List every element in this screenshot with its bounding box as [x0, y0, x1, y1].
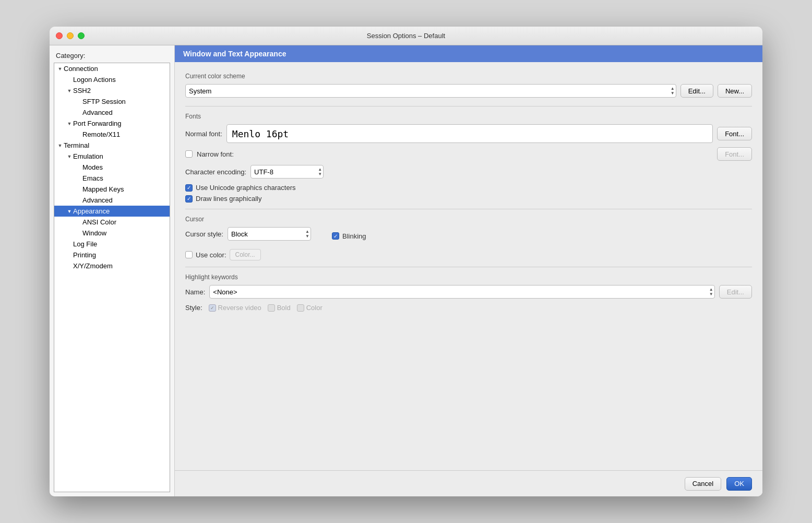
color-scheme-select-wrapper: System ▲▼ [185, 84, 676, 98]
sidebar-item-appearance[interactable]: ▼ Appearance [54, 206, 170, 217]
sidebar-item-label: Terminal [64, 141, 89, 149]
name-select[interactable]: <None> [209, 285, 714, 299]
panel-header: Window and Text Appearance [175, 45, 762, 62]
sidebar-list: ▼ Connection Logon Actions ▼ SSH2 SFTP S… [54, 63, 170, 492]
sidebar-item-window[interactable]: Window [54, 228, 170, 239]
sidebar-item-port-forwarding[interactable]: ▼ Port Forwarding [54, 118, 170, 129]
ok-button[interactable]: OK [726, 477, 752, 491]
color-checkbox [297, 304, 304, 312]
sidebar-item-label: X/Y/Zmodem [73, 262, 113, 270]
narrow-font-row: Narrow font: Font... [185, 147, 752, 161]
cursor-style-row: Cursor style: Block Underline Vertical B… [185, 227, 311, 241]
reverse-video-item: ✓ Reverse video [209, 304, 261, 312]
sidebar-item-log-file[interactable]: Log File [54, 239, 170, 249]
style-label: Style: [185, 304, 202, 312]
cursor-style-blinking-row: Cursor style: Block Underline Vertical B… [185, 227, 752, 245]
char-encoding-select[interactable]: UTF-8 [250, 165, 324, 179]
cursor-section-label: Cursor [185, 216, 752, 223]
sidebar-item-label: SFTP Session [82, 98, 126, 105]
sidebar-item-label: Remote/X11 [82, 130, 120, 138]
arrow-icon: ▼ [66, 209, 73, 214]
minimize-button[interactable] [67, 32, 74, 39]
use-color-row: Use color: Color... [185, 249, 752, 260]
color-scheme-section-label: Current color scheme [185, 73, 752, 80]
sidebar-item-terminal[interactable]: ▼ Terminal [54, 140, 170, 151]
sidebar-item-emulation[interactable]: ▼ Emulation [54, 151, 170, 162]
name-row: Name: <None> ▲▼ Edit... [185, 285, 752, 299]
unicode-graphics-label: Use Unicode graphics characters [196, 184, 295, 192]
sidebar-item-advanced-ssh2[interactable]: Advanced [54, 107, 170, 118]
encoding-row: Character encoding: UTF-8 ▲▼ [185, 165, 752, 179]
reverse-video-label: Reverse video [218, 304, 261, 312]
normal-font-button[interactable]: Font... [717, 127, 752, 140]
sidebar-item-mapped-keys[interactable]: Mapped Keys [54, 184, 170, 195]
sidebar-item-label: SSH2 [73, 87, 91, 94]
sidebar-item-connection[interactable]: ▼ Connection [54, 63, 170, 74]
sidebar-item-sftp[interactable]: SFTP Session [54, 96, 170, 107]
blinking-row: ✓ Blinking [332, 232, 366, 240]
sidebar-item-ssh2[interactable]: ▼ SSH2 [54, 85, 170, 96]
session-options-window: Session Options – Default Category: ▼ Co… [50, 27, 762, 496]
unicode-graphics-checkbox[interactable]: ✓ [185, 184, 193, 192]
reverse-video-checkbox: ✓ [209, 304, 216, 312]
arrow-icon: ▼ [66, 121, 73, 126]
color-style-label: Color [306, 304, 323, 312]
category-label: Category: [50, 50, 174, 63]
divider3 [185, 267, 752, 267]
sidebar-item-xyzmodem[interactable]: X/Y/Zmodem [54, 260, 170, 271]
sidebar-item-logon-actions[interactable]: Logon Actions [54, 74, 170, 85]
normal-font-label: Normal font: [185, 130, 222, 138]
close-button[interactable] [56, 32, 63, 39]
color-scheme-select[interactable]: System [185, 84, 676, 98]
sidebar-item-label: Port Forwarding [73, 120, 121, 127]
main-panel: Window and Text Appearance Current color… [175, 45, 762, 496]
char-encoding-select-wrapper: UTF-8 ▲▼ [250, 165, 324, 179]
highlight-section-label: Highlight keywords [185, 274, 752, 281]
bold-label: Bold [277, 304, 291, 312]
sidebar-item-remote-x11[interactable]: Remote/X11 [54, 129, 170, 140]
name-edit-button[interactable]: Edit... [719, 285, 752, 299]
sidebar-item-label: Log File [73, 240, 97, 248]
sidebar-item-modes[interactable]: Modes [54, 162, 170, 173]
name-label: Name: [185, 288, 205, 296]
arrow-icon: ▼ [56, 143, 64, 148]
draw-lines-row: ✓ Draw lines graphically [185, 195, 752, 203]
blinking-label: Blinking [342, 232, 366, 240]
sidebar-item-emacs[interactable]: Emacs [54, 173, 170, 184]
blinking-checkbox[interactable]: ✓ [332, 232, 339, 240]
sidebar-item-label: ANSI Color [82, 218, 116, 226]
sidebar-item-label: Emacs [82, 174, 103, 182]
color-item: Color [297, 304, 323, 312]
bold-item: Bold [268, 304, 291, 312]
narrow-font-label: Narrow font: [197, 150, 234, 158]
sidebar-item-label: Connection [64, 65, 98, 73]
title-bar: Session Options – Default [50, 27, 762, 45]
sidebar-item-label: Window [82, 229, 106, 237]
edit-color-scheme-button[interactable]: Edit... [680, 84, 713, 98]
bottom-bar: Cancel OK [175, 470, 762, 496]
arrow-icon: ▼ [66, 88, 73, 93]
use-color-checkbox[interactable] [185, 251, 193, 258]
sidebar-item-advanced-terminal[interactable]: Advanced [54, 195, 170, 206]
new-color-scheme-button[interactable]: New... [718, 84, 752, 98]
maximize-button[interactable] [78, 32, 85, 39]
color-scheme-row: System ▲▼ Edit... New... [185, 84, 752, 98]
sidebar-item-printing[interactable]: Printing [54, 249, 170, 260]
normal-font-display: Menlo 16pt [226, 124, 713, 143]
cancel-button[interactable]: Cancel [685, 477, 721, 491]
name-select-wrapper: <None> ▲▼ [209, 285, 714, 299]
draw-lines-checkbox[interactable]: ✓ [185, 195, 193, 203]
cursor-style-select[interactable]: Block Underline Vertical Bar [228, 227, 311, 241]
use-color-label: Use color: [196, 251, 226, 259]
sidebar-item-label: Mapped Keys [82, 185, 124, 193]
divider2 [185, 209, 752, 209]
sidebar-item-label: Advanced [82, 109, 113, 116]
sidebar-item-label: Logon Actions [73, 76, 116, 84]
narrow-font-checkbox[interactable] [185, 150, 193, 158]
sidebar-item-label: Appearance [73, 207, 110, 215]
cursor-style-label: Cursor style: [185, 230, 223, 238]
narrow-font-button[interactable]: Font... [717, 147, 752, 161]
normal-font-row: Normal font: Menlo 16pt Font... [185, 124, 752, 143]
panel-body: Current color scheme System ▲▼ Edit... N… [175, 62, 762, 470]
sidebar-item-ansi-color[interactable]: ANSI Color [54, 217, 170, 228]
